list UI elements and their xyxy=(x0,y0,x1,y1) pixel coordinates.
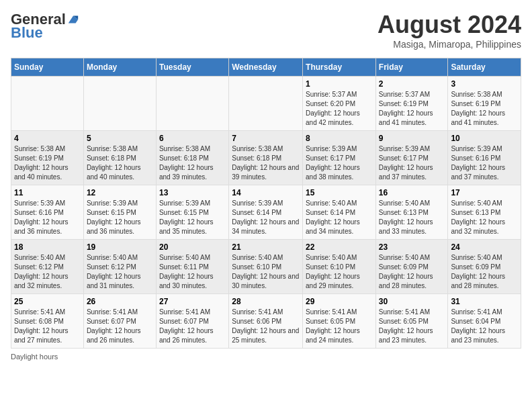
day-info: Sunrise: 5:37 AM Sunset: 6:19 PM Dayligh… xyxy=(379,90,445,128)
calendar-week-3: 11Sunrise: 5:39 AM Sunset: 6:16 PM Dayli… xyxy=(11,185,521,240)
daylight-label: Daylight hours xyxy=(11,353,58,361)
day-info: Sunrise: 5:41 AM Sunset: 6:06 PM Dayligh… xyxy=(232,308,300,345)
day-number: 1 xyxy=(306,79,373,89)
day-number: 23 xyxy=(379,242,445,252)
day-info: Sunrise: 5:38 AM Sunset: 6:18 PM Dayligh… xyxy=(159,144,226,182)
day-info: Sunrise: 5:41 AM Sunset: 6:07 PM Dayligh… xyxy=(159,308,226,345)
calendar-cell: 13Sunrise: 5:39 AM Sunset: 6:15 PM Dayli… xyxy=(156,185,228,240)
calendar-table: SundayMondayTuesdayWednesdayThursdayFrid… xyxy=(11,58,521,349)
calendar-cell: 11Sunrise: 5:39 AM Sunset: 6:16 PM Dayli… xyxy=(11,185,84,240)
day-number: 18 xyxy=(14,242,81,252)
calendar-cell: 4Sunrise: 5:38 AM Sunset: 6:19 PM Daylig… xyxy=(11,131,84,185)
calendar-cell: 22Sunrise: 5:40 AM Sunset: 6:10 PM Dayli… xyxy=(303,240,376,294)
day-info: Sunrise: 5:39 AM Sunset: 6:16 PM Dayligh… xyxy=(14,199,81,236)
day-info: Sunrise: 5:39 AM Sunset: 6:17 PM Dayligh… xyxy=(306,144,373,182)
day-info: Sunrise: 5:41 AM Sunset: 6:05 PM Dayligh… xyxy=(379,308,445,345)
day-info: Sunrise: 5:40 AM Sunset: 6:14 PM Dayligh… xyxy=(306,199,373,236)
calendar-cell: 19Sunrise: 5:40 AM Sunset: 6:12 PM Dayli… xyxy=(83,240,156,294)
day-info: Sunrise: 5:40 AM Sunset: 6:13 PM Dayligh… xyxy=(451,199,518,236)
day-info: Sunrise: 5:41 AM Sunset: 6:04 PM Dayligh… xyxy=(451,308,518,345)
day-info: Sunrise: 5:40 AM Sunset: 6:11 PM Dayligh… xyxy=(159,253,226,291)
day-number: 3 xyxy=(451,79,518,89)
calendar-cell xyxy=(83,77,156,131)
title-area: August 2024 Masiga, Mimaropa, Philippine… xyxy=(378,11,521,50)
calendar-cell: 16Sunrise: 5:40 AM Sunset: 6:13 PM Dayli… xyxy=(375,185,448,240)
logo-blue-text: Blue xyxy=(11,24,43,42)
day-info: Sunrise: 5:37 AM Sunset: 6:20 PM Dayligh… xyxy=(306,90,373,128)
calendar-cell: 2Sunrise: 5:37 AM Sunset: 6:19 PM Daylig… xyxy=(375,77,448,131)
calendar-cell: 29Sunrise: 5:41 AM Sunset: 6:05 PM Dayli… xyxy=(303,294,376,349)
day-info: Sunrise: 5:39 AM Sunset: 6:15 PM Dayligh… xyxy=(87,199,153,236)
calendar-cell: 5Sunrise: 5:38 AM Sunset: 6:18 PM Daylig… xyxy=(83,131,156,185)
day-info: Sunrise: 5:39 AM Sunset: 6:16 PM Dayligh… xyxy=(451,144,518,182)
calendar-cell: 21Sunrise: 5:40 AM Sunset: 6:10 PM Dayli… xyxy=(229,240,303,294)
day-number: 25 xyxy=(14,297,81,306)
calendar-week-1: 1Sunrise: 5:37 AM Sunset: 6:20 PM Daylig… xyxy=(11,77,521,131)
calendar-week-5: 25Sunrise: 5:41 AM Sunset: 6:08 PM Dayli… xyxy=(11,294,521,349)
day-number: 19 xyxy=(87,242,153,252)
day-number: 24 xyxy=(451,242,518,252)
day-info: Sunrise: 5:40 AM Sunset: 6:13 PM Dayligh… xyxy=(379,199,445,236)
day-info: Sunrise: 5:39 AM Sunset: 6:17 PM Dayligh… xyxy=(379,144,445,182)
day-info: Sunrise: 5:40 AM Sunset: 6:09 PM Dayligh… xyxy=(451,253,518,291)
calendar-cell: 3Sunrise: 5:38 AM Sunset: 6:19 PM Daylig… xyxy=(448,77,521,131)
calendar-cell: 27Sunrise: 5:41 AM Sunset: 6:07 PM Dayli… xyxy=(156,294,228,349)
day-number: 27 xyxy=(159,297,226,306)
day-number: 31 xyxy=(451,297,518,306)
day-number: 15 xyxy=(306,188,373,197)
day-number: 22 xyxy=(306,242,373,252)
day-number: 29 xyxy=(306,297,373,306)
day-header-friday: Friday xyxy=(375,58,448,77)
logo-icon xyxy=(67,13,79,26)
day-number: 20 xyxy=(159,242,226,252)
day-number: 11 xyxy=(14,188,81,197)
day-number: 5 xyxy=(87,134,153,143)
day-info: Sunrise: 5:40 AM Sunset: 6:12 PM Dayligh… xyxy=(14,253,81,291)
day-header-saturday: Saturday xyxy=(448,58,521,77)
calendar-cell: 8Sunrise: 5:39 AM Sunset: 6:17 PM Daylig… xyxy=(303,131,376,185)
day-info: Sunrise: 5:41 AM Sunset: 6:08 PM Dayligh… xyxy=(14,308,81,345)
calendar-cell: 17Sunrise: 5:40 AM Sunset: 6:13 PM Dayli… xyxy=(448,185,521,240)
day-number: 17 xyxy=(451,188,518,197)
day-header-tuesday: Tuesday xyxy=(156,58,228,77)
day-number: 16 xyxy=(379,188,445,197)
day-header-sunday: Sunday xyxy=(11,58,84,77)
day-header-thursday: Thursday xyxy=(303,58,376,77)
calendar-header-row: SundayMondayTuesdayWednesdayThursdayFrid… xyxy=(11,58,521,77)
calendar-cell: 14Sunrise: 5:39 AM Sunset: 6:14 PM Dayli… xyxy=(229,185,303,240)
calendar-cell: 28Sunrise: 5:41 AM Sunset: 6:06 PM Dayli… xyxy=(229,294,303,349)
day-header-monday: Monday xyxy=(83,58,156,77)
day-number: 13 xyxy=(159,188,226,197)
day-number: 8 xyxy=(306,134,373,143)
day-info: Sunrise: 5:40 AM Sunset: 6:10 PM Dayligh… xyxy=(306,253,373,291)
day-number: 28 xyxy=(232,297,300,306)
calendar-cell: 15Sunrise: 5:40 AM Sunset: 6:14 PM Dayli… xyxy=(303,185,376,240)
calendar-body: 1Sunrise: 5:37 AM Sunset: 6:20 PM Daylig… xyxy=(11,77,521,349)
calendar-cell: 24Sunrise: 5:40 AM Sunset: 6:09 PM Dayli… xyxy=(448,240,521,294)
day-info: Sunrise: 5:40 AM Sunset: 6:09 PM Dayligh… xyxy=(379,253,445,291)
day-number: 30 xyxy=(379,297,445,306)
calendar-cell: 12Sunrise: 5:39 AM Sunset: 6:15 PM Dayli… xyxy=(83,185,156,240)
day-info: Sunrise: 5:39 AM Sunset: 6:15 PM Dayligh… xyxy=(159,199,226,236)
day-number: 12 xyxy=(87,188,153,197)
day-info: Sunrise: 5:41 AM Sunset: 6:07 PM Dayligh… xyxy=(87,308,153,345)
day-number: 2 xyxy=(379,79,445,89)
calendar-cell: 20Sunrise: 5:40 AM Sunset: 6:11 PM Dayli… xyxy=(156,240,228,294)
header: General Blue August 2024 Masiga, Mimarop… xyxy=(11,11,521,50)
calendar-cell xyxy=(229,77,303,131)
day-number: 14 xyxy=(232,188,300,197)
calendar-week-4: 18Sunrise: 5:40 AM Sunset: 6:12 PM Dayli… xyxy=(11,240,521,294)
calendar-cell: 30Sunrise: 5:41 AM Sunset: 6:05 PM Dayli… xyxy=(375,294,448,349)
calendar-cell: 6Sunrise: 5:38 AM Sunset: 6:18 PM Daylig… xyxy=(156,131,228,185)
calendar-cell: 9Sunrise: 5:39 AM Sunset: 6:17 PM Daylig… xyxy=(375,131,448,185)
day-number: 4 xyxy=(14,134,81,143)
logo: General Blue xyxy=(11,11,79,42)
calendar-week-2: 4Sunrise: 5:38 AM Sunset: 6:19 PM Daylig… xyxy=(11,131,521,185)
day-header-wednesday: Wednesday xyxy=(229,58,303,77)
day-number: 6 xyxy=(159,134,226,143)
day-number: 10 xyxy=(451,134,518,143)
day-number: 26 xyxy=(87,297,153,306)
month-year: August 2024 xyxy=(378,11,521,39)
calendar-cell: 18Sunrise: 5:40 AM Sunset: 6:12 PM Dayli… xyxy=(11,240,84,294)
day-info: Sunrise: 5:40 AM Sunset: 6:10 PM Dayligh… xyxy=(232,253,300,291)
